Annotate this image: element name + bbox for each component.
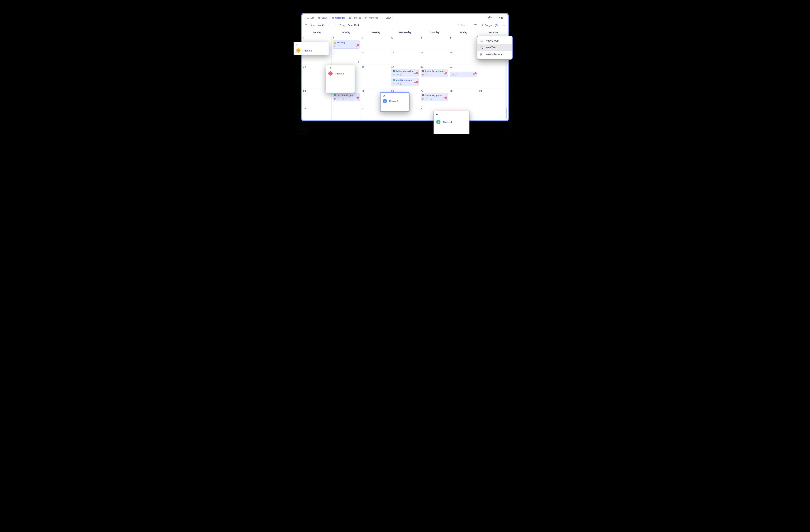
- comments-icon[interactable]: [430, 98, 432, 100]
- day-cell[interactable]: 27 Define key perfor… 3: [420, 89, 449, 106]
- svg-point-43: [397, 74, 398, 74]
- svg-point-69: [385, 101, 386, 101]
- day-cell[interactable]: 30: [302, 106, 331, 120]
- comments-icon[interactable]: [341, 98, 344, 100]
- add-task-icon[interactable]: [357, 61, 360, 64]
- milestone-phase2[interactable]: 17 Phase 2: [326, 65, 355, 93]
- search-input[interactable]: Search ..: [457, 24, 470, 27]
- day-cell[interactable]: 12: [390, 50, 420, 64]
- day-cell[interactable]: 18: [361, 64, 390, 89]
- comments-icon[interactable]: [400, 82, 403, 85]
- task-title: Set SMART goal…: [337, 94, 355, 97]
- flag-icon[interactable]: [393, 82, 395, 85]
- tab-workload[interactable]: Workload: [363, 16, 380, 20]
- task-card[interactable]: Identify campa… 1: [391, 78, 419, 86]
- calendar-controls: View: Month Today June 2024 Search .. Ev…: [302, 22, 508, 29]
- svg-rect-9: [320, 18, 320, 19]
- menu-new-group[interactable]: New Group: [477, 37, 512, 44]
- comments-icon[interactable]: [455, 73, 458, 76]
- tag-icon[interactable]: 1: [355, 97, 358, 100]
- day-cell[interactable]: 14: [449, 50, 479, 64]
- day-cell[interactable]: 29: [479, 89, 508, 106]
- day-cell[interactable]: 4: [361, 36, 390, 50]
- svg-point-68: [384, 101, 385, 101]
- next-month[interactable]: [333, 23, 337, 27]
- today-button[interactable]: Today: [340, 24, 345, 27]
- day-cell[interactable]: 13: [420, 50, 449, 64]
- menu-label: New Task: [486, 46, 497, 49]
- task-card[interactable]: Define key perfor… 3: [421, 69, 448, 77]
- day-cell[interactable]: 20 Define key perfor… 3: [420, 64, 449, 89]
- day-cell[interactable]: 19 Define key perf… 3 Identify campa…: [390, 64, 420, 89]
- day-cell[interactable]: 7: [449, 36, 479, 50]
- svg-point-33: [482, 24, 483, 25]
- task-card[interactable]: Define key perfor… 3: [421, 93, 448, 101]
- tab-timeline[interactable]: Timeline: [347, 16, 363, 20]
- assignee-add-icon[interactable]: [426, 98, 428, 100]
- scrollbar-thumb[interactable]: [506, 107, 507, 118]
- flag-icon[interactable]: [393, 73, 395, 76]
- day-cell[interactable]: [479, 106, 508, 120]
- add-button[interactable]: Add: [494, 16, 505, 20]
- filter-icon[interactable]: [474, 24, 477, 27]
- svg-point-55: [452, 74, 453, 74]
- diamond-icon: [328, 71, 333, 76]
- tag-icon[interactable]: 1: [414, 82, 417, 85]
- day-cell[interactable]: 3 Meeting 3: [331, 36, 361, 50]
- comments-icon[interactable]: [338, 45, 340, 47]
- flag-icon[interactable]: [334, 98, 337, 100]
- tag-icon[interactable]: 3: [443, 73, 447, 76]
- assignee-add-icon[interactable]: [396, 73, 399, 76]
- tag-icon[interactable]: 3: [414, 73, 417, 76]
- task-card[interactable]: 3: [450, 72, 477, 77]
- tag-icon[interactable]: 3: [473, 73, 476, 76]
- flag-icon[interactable]: [422, 98, 425, 100]
- add-menu: New Group New Task New Milestone: [477, 36, 513, 60]
- view-type[interactable]: Month: [318, 24, 324, 27]
- day-cell[interactable]: [479, 64, 508, 89]
- people-filter[interactable]: Everyone (5): [481, 24, 498, 27]
- comments-icon[interactable]: [400, 73, 403, 76]
- day-cell[interactable]: 28: [449, 89, 479, 106]
- assignee-add-icon[interactable]: [426, 73, 428, 76]
- svg-point-71: [481, 40, 481, 40]
- assignee-add-icon[interactable]: [396, 82, 399, 85]
- milestone-phase1[interactable]: 2 Phase 1: [294, 41, 329, 55]
- workload-icon: [365, 17, 368, 19]
- tab-list[interactable]: List: [305, 16, 316, 20]
- day-cell[interactable]: 21 3: [449, 64, 479, 89]
- tab-board[interactable]: Board: [316, 16, 330, 20]
- settings-icon[interactable]: [488, 16, 492, 20]
- svg-point-75: [482, 40, 482, 41]
- tag-count: 3: [357, 44, 359, 46]
- prev-month[interactable]: [327, 23, 331, 27]
- menu-new-task[interactable]: New Task: [477, 44, 512, 51]
- assignee-add-icon[interactable]: [334, 45, 337, 47]
- assignee-add-icon[interactable]: [452, 73, 454, 76]
- tag-icon[interactable]: 3: [355, 45, 358, 47]
- svg-rect-6: [318, 17, 319, 18]
- task-card[interactable]: Set SMART goal… 1: [333, 93, 360, 101]
- task-card[interactable]: Meeting 3: [333, 40, 360, 49]
- day-cell[interactable]: 11: [361, 50, 390, 64]
- tag-icon[interactable]: 3: [443, 97, 447, 100]
- tab-label: Timeline: [353, 17, 361, 19]
- day-cell[interactable]: 6: [420, 36, 449, 50]
- milestone-phase3[interactable]: 26 Phase 3: [380, 92, 409, 112]
- day-header: Sunday: [302, 29, 331, 36]
- task-card[interactable]: Define key perf… 3: [391, 69, 419, 77]
- tab-calendar[interactable]: Calendar: [330, 16, 347, 20]
- tab-view[interactable]: View: [380, 16, 393, 20]
- day-cell[interactable]: 1: [331, 106, 361, 120]
- day-header: Monday: [331, 29, 361, 36]
- assignee-add-icon[interactable]: [338, 98, 340, 100]
- comments-icon[interactable]: [430, 73, 432, 76]
- day-cell[interactable]: 5: [390, 36, 420, 50]
- day-cell[interactable]: 10: [331, 50, 361, 64]
- flag-icon[interactable]: [422, 73, 425, 76]
- menu-new-milestone[interactable]: New Milestone: [477, 51, 512, 58]
- tag-count: 3: [445, 97, 447, 99]
- task-circle-icon: [480, 46, 483, 49]
- milestone-phase4[interactable]: 4 Phase 4: [434, 111, 469, 134]
- more-icon[interactable]: [502, 23, 505, 27]
